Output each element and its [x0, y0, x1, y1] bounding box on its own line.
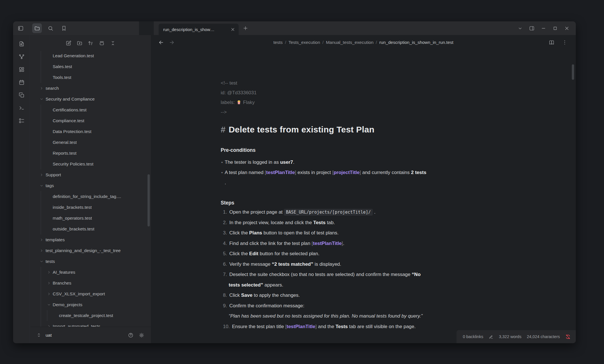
step-item: 3.Click the Plans button to open the lis… [221, 228, 505, 238]
help-circle-icon[interactable] [126, 331, 135, 340]
file-search-icon[interactable] [17, 39, 26, 49]
editor-header: tests/Tests_execution/Manual_tests_execu… [151, 35, 576, 50]
chevron-down-icon[interactable] [40, 97, 44, 101]
tree-item-folder[interactable]: search [30, 83, 151, 94]
tree-item-file[interactable]: Compliance.test [30, 115, 151, 126]
character-count[interactable]: 24,024 characters [527, 334, 560, 339]
chevron-down-icon[interactable] [40, 184, 44, 188]
editor-header-actions [547, 35, 570, 50]
chevron-right-icon[interactable] [40, 238, 44, 242]
list-checks-icon[interactable] [17, 116, 26, 126]
search-icon[interactable] [46, 23, 55, 33]
tree-item-file[interactable]: Reports.test [30, 148, 151, 159]
tree-item-file[interactable]: math_operators.test [30, 213, 151, 224]
tree-item-file[interactable]: Lead Generation.test [30, 51, 151, 61]
settings-gear-icon[interactable] [137, 331, 146, 340]
tree-item-file[interactable]: Security Policies.test [30, 159, 151, 169]
chevron-right-icon[interactable] [47, 324, 51, 327]
new-tab-icon[interactable] [243, 25, 248, 31]
editor-scrollbar[interactable] [572, 64, 574, 80]
reveal-file-icon[interactable] [97, 38, 107, 48]
vault-switcher-icon[interactable] [36, 332, 42, 338]
tree-item-folder[interactable]: tags [30, 180, 151, 191]
forward-arrow-icon[interactable] [169, 40, 175, 45]
tree-item-label: outside_brackets.test [53, 224, 94, 234]
tree-item-folder[interactable]: Security and Compliance [30, 94, 151, 105]
sort-asc-icon[interactable] [86, 38, 95, 48]
tree-item-folder[interactable]: test_planning_and_design_-_test_tree [30, 245, 151, 256]
tree-item-label: Import_automated_tests [53, 321, 100, 327]
internal-link[interactable]: testPlanTitle [266, 170, 295, 175]
active-tab[interactable]: run_description_is_show… [159, 24, 239, 35]
tree-item-file[interactable]: Data Protection.test [30, 126, 151, 137]
copy-icon[interactable] [17, 90, 26, 100]
internal-link[interactable]: projectTitle [333, 170, 359, 175]
vault-name[interactable]: uat [46, 333, 126, 338]
bookmark-icon[interactable] [59, 23, 69, 33]
bullet-item: The tester is logged in as user7. [221, 157, 505, 167]
layout-sidebar-right-icon[interactable] [527, 24, 536, 33]
chevron-right-icon[interactable] [40, 86, 44, 90]
folder-plus-icon[interactable] [75, 38, 84, 48]
tree-item-folder[interactable]: Support [30, 169, 151, 180]
tree-item-file[interactable]: Sales.test [30, 61, 151, 72]
chevron-right-icon[interactable] [40, 249, 44, 253]
internal-link[interactable]: testPlanTitle [313, 241, 342, 246]
back-arrow-icon[interactable] [158, 40, 164, 45]
document-sections: Pre-conditionsThe tester is logged in as… [221, 146, 505, 332]
tree-item-folder[interactable]: AI_features [30, 267, 151, 278]
breadcrumb-segment[interactable]: Tests_execution [288, 40, 320, 45]
file-explorer-toolbar [30, 35, 151, 51]
graph-icon[interactable] [17, 52, 26, 62]
tree-item-folder[interactable]: Branches [30, 278, 151, 289]
tree-item-file[interactable]: Certifications.test [30, 105, 151, 115]
chevron-down-icon[interactable] [40, 259, 44, 263]
breadcrumb-segment[interactable]: run_description_is_shown_in_run.test [379, 40, 453, 45]
tree-item-folder[interactable]: Import_automated_tests [30, 321, 151, 327]
chevron-right-icon[interactable] [47, 281, 51, 285]
word-count[interactable]: 3,322 words [499, 334, 521, 339]
window-close-icon[interactable] [562, 24, 571, 33]
tree-item-file[interactable]: outside_brackets.test [30, 224, 151, 234]
tree-item-folder[interactable]: Demo_projects [30, 299, 151, 310]
breadcrumb-segment[interactable]: tests [273, 40, 283, 45]
tree-item-folder[interactable]: tests [30, 256, 151, 267]
more-vertical-icon[interactable] [560, 38, 570, 47]
tree-item-file[interactable]: General.test [30, 137, 151, 148]
chevron-down-icon[interactable] [47, 303, 51, 307]
terminal-icon[interactable] [17, 103, 26, 113]
step-item: 1.Open the project page at BASE_URL/proj… [221, 207, 505, 218]
chevron-right-icon[interactable] [47, 270, 51, 274]
folder-icon[interactable] [32, 23, 42, 33]
close-tab-icon[interactable] [230, 27, 235, 32]
tree-item-file[interactable]: inside_brackets.test [30, 202, 151, 213]
backlinks-count[interactable]: 0 backlinks [463, 334, 483, 339]
sidebar-scrollbar[interactable] [148, 174, 150, 226]
breadcrumb[interactable]: tests/Tests_execution/Manual_tests_execu… [185, 35, 542, 50]
tree-item-file[interactable]: create_testcafe_project.test [30, 310, 151, 321]
tree-item-file[interactable]: Tools.test [30, 72, 151, 83]
tree-item-folder[interactable]: CSV_XLSX_import_export [30, 289, 151, 299]
chevron-down-icon[interactable] [515, 24, 525, 33]
calendar-icon[interactable] [17, 77, 26, 87]
chevron-right-icon[interactable] [40, 173, 44, 177]
step-number: 2. [223, 220, 227, 225]
book-open-icon[interactable] [547, 38, 556, 47]
tree-item-folder[interactable]: templates [30, 234, 151, 245]
window-maximize-icon[interactable] [550, 24, 560, 33]
chevron-right-icon[interactable] [47, 292, 51, 296]
tree-item-file[interactable]: definition_for_string_include_tag.... [30, 191, 151, 202]
edit-mode-icon[interactable] [489, 334, 494, 339]
indent-guide [41, 310, 41, 321]
layout-sidebar-left-icon[interactable] [16, 23, 25, 33]
canvas-icon[interactable] [17, 65, 26, 74]
tree-item-label: Lead Generation.test [53, 51, 94, 61]
step-number: 3. [223, 230, 227, 236]
collapse-all-icon[interactable] [108, 38, 118, 48]
tree-item-label: Security and Compliance [46, 94, 95, 105]
edit-note-icon[interactable] [64, 38, 73, 48]
internal-link[interactable]: testPlanTitle [286, 324, 315, 329]
breadcrumb-segment[interactable]: Manual_tests_execution [326, 40, 373, 45]
window-minimize-icon[interactable] [539, 24, 548, 33]
sync-disabled-icon[interactable] [565, 334, 571, 340]
